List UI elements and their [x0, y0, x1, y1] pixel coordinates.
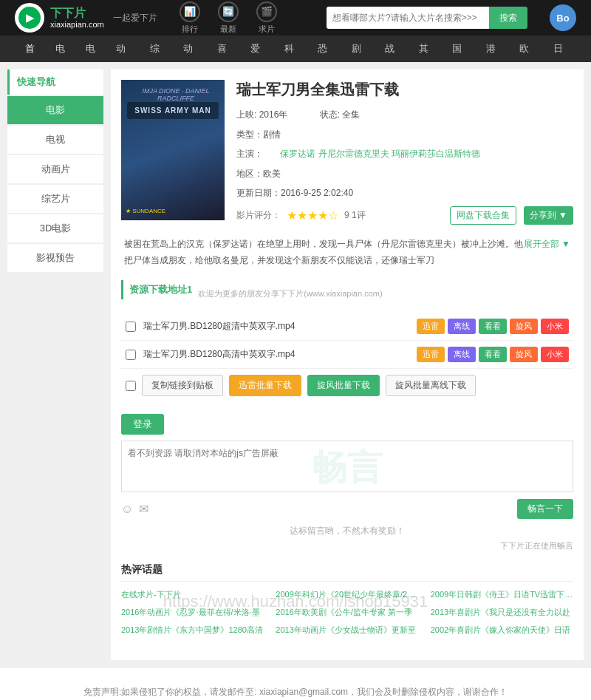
hot-item-1[interactable]: 2009年科幻片《20世纪少年最终章/20世 PDF [276, 588, 418, 602]
hot-section: 热评话题 在线求片-下下片 2009年科幻片《20世纪少年最终章/20世 PDF… [121, 563, 573, 637]
download-checkbox-2[interactable] [126, 350, 136, 360]
nav-item-movie[interactable]: 电影 [45, 35, 75, 62]
hot-item-0[interactable]: 在线求片-下下片 [121, 588, 264, 602]
nav-item-scifi[interactable]: 科幻片 [274, 35, 308, 62]
seek-label: 求片 [259, 24, 275, 35]
sidebar-item-anime[interactable]: 动画片 [7, 155, 103, 183]
nav-item-jp-drama[interactable]: 日韩剧 [543, 35, 577, 62]
kankan-btn-2[interactable]: 看看 [479, 347, 507, 362]
xunlei-batch-btn[interactable]: 迅雷批量下载 [229, 375, 301, 396]
hot-item-2[interactable]: 2009年日韩剧《侍王》日语TV迅雷下载 PDF [431, 588, 573, 602]
movie-update-date: 2016-9-25 2:02:40 [281, 188, 353, 198]
nav-item-other[interactable]: 其它片 [409, 35, 443, 62]
avatar[interactable]: Bo [550, 4, 576, 31]
nav-item-variety[interactable]: 综艺片 [140, 35, 174, 62]
nav-item-war[interactable]: 战争片 [375, 35, 409, 62]
latest-nav[interactable]: 🔄 最新 [218, 1, 239, 35]
submit-comment-btn[interactable]: 畅言一下 [517, 499, 573, 519]
download-checkbox-1[interactable] [126, 322, 136, 332]
footer-notice: 免责声明:如果侵犯了你的权益，请发邮件至: xiaxiapian@gmail.c… [15, 683, 576, 700]
sidebar-title: 快速导航 [7, 69, 103, 95]
poster-image: IMJA DIONE · DANIEL RADCLIFFE SWISS ARMY… [121, 80, 225, 220]
site-name-cn: 下下片 [50, 6, 104, 20]
hot-item-7[interactable]: 2013年动画片《少女战士物语》更新至 [276, 623, 418, 638]
search-input[interactable] [327, 7, 489, 29]
main-layout: 快速导航 电影 电视 动画片 综艺片 3D电影 影视预告 IMJA DIONE … [0, 62, 591, 667]
copy-row: 复制链接到贴板 迅雷批量下载 旋风批量下载 旋风批量离线下载 [121, 369, 573, 402]
top-nav: 首页 电影 电视 动画片 综艺片 动作片 喜剧片 爱情片 科幻片 恐怖片 剧情片… [0, 35, 591, 62]
nav-item-tv[interactable]: 电视 [75, 35, 106, 62]
hot-item-6[interactable]: 2013年剧情片《东方中国梦》1280高清 [121, 623, 264, 638]
hot-item-5[interactable]: 2013年喜剧片《我只是还没有全力以赴 [431, 605, 573, 620]
seek-icon: 🎬 [256, 1, 277, 22]
logo-icon: ▶ [26, 12, 34, 24]
nav-item-comedy[interactable]: 喜剧片 [207, 35, 241, 62]
comment-section: 登录 畅言 ☺ ✉ 畅言一下 达标留言哟，不然木有奖励！ 下下片正在使用畅言 [121, 414, 573, 551]
sidebar-item-variety[interactable]: 综艺片 [7, 185, 103, 213]
kankan-btn-1[interactable]: 看看 [479, 319, 507, 334]
xiaomi-btn-1[interactable]: 小米 [541, 319, 569, 334]
content-area: IMJA DIONE · DANIEL RADCLIFFE SWISS ARMY… [111, 69, 584, 660]
nav-item-cn-drama[interactable]: 国产剧 [442, 35, 476, 62]
nav-item-drama[interactable]: 剧情片 [341, 35, 375, 62]
lixian-btn-2[interactable]: 离线 [448, 347, 476, 362]
movie-meta-type: 类型：剧情 [236, 127, 573, 143]
description-section: 展开全部 ▼ 被困在荒岛上的汉克（保罗达诺）在绝望上用时，发现一具尸体（丹尼尔雷… [121, 237, 573, 268]
baofeng-btn-2[interactable]: 旋风 [510, 347, 538, 362]
comment-footer: 下下片正在使用畅言 [121, 540, 573, 551]
emoji-button[interactable]: ☺ [121, 503, 133, 516]
share-button[interactable]: 分享到 ▼ [524, 206, 573, 225]
image-button[interactable]: ✉ [139, 502, 148, 516]
textarea-wrapper: 畅言 [121, 441, 573, 495]
nav-item-hk-drama[interactable]: 港台剧 [476, 35, 510, 62]
rank-label: 排行 [182, 24, 198, 35]
movie-meta-date: 更新日期：2016-9-25 2:02:40 [236, 186, 573, 202]
hot-item-3[interactable]: 2016年动画片《忍罗·最菲在得/米洛·墨 [121, 605, 264, 620]
baofeng-batch-btn[interactable]: 旋风批量下载 [307, 375, 380, 396]
sidebar-item-movie[interactable]: 电影 [7, 96, 103, 124]
movie-meta-directors: 主演： 保罗达诺 丹尼尔雷德克里夫 玛丽伊莉莎白温斯特德 [236, 146, 573, 163]
directors-list[interactable]: 保罗达诺 丹尼尔雷德克里夫 玛丽伊莉莎白温斯特德 [280, 149, 480, 159]
chart-icon: 📊 [180, 1, 200, 22]
download-collection-btn[interactable]: 网盘下载合集 [450, 206, 516, 225]
nav-item-romance[interactable]: 爱情片 [240, 35, 274, 62]
seek-nav[interactable]: 🎬 求片 [256, 1, 277, 35]
nav-item-horror[interactable]: 恐怖片 [307, 35, 341, 62]
movie-type: 剧情 [263, 129, 281, 140]
movie-details: 瑞士军刀男全集迅雷下载 上映: 2016年 状态: 全集 类型：剧情 主演： 保… [236, 80, 573, 225]
comment-actions: ☺ ✉ 畅言一下 [121, 499, 573, 519]
download-hint: 欢迎为更多的朋友分享下下片(www.xiaxiapian.com) [198, 288, 382, 299]
copy-link-btn[interactable]: 复制链接到贴板 [142, 375, 223, 396]
hot-title: 热评话题 [121, 563, 573, 582]
nav-item-eu-drama[interactable]: 欧美剧 [509, 35, 543, 62]
hot-item-4[interactable]: 2016年欧美剧《公牛/监牛专家 第一季 [276, 605, 418, 620]
hot-item-8[interactable]: 2002年喜剧片《嫁入你家的天使》日语 [431, 623, 573, 638]
latest-label: 最新 [220, 24, 236, 35]
movie-meta-row1: 上映: 2016年 状态: 全集 [236, 107, 573, 123]
login-button[interactable]: 登录 [121, 414, 164, 435]
sidebar-item-trailer[interactable]: 影视预告 [7, 244, 103, 272]
movie-meta-region: 地区：欧美 [236, 166, 573, 183]
xunlei-btn-2[interactable]: 迅雷 [417, 347, 445, 362]
comment-textarea[interactable] [121, 441, 573, 492]
lixian-btn-1[interactable]: 离线 [448, 319, 476, 334]
rating-count: 9 1评 [344, 209, 366, 222]
baofeng-offline-btn[interactable]: 旋风批量离线下载 [386, 375, 476, 396]
sidebar-item-3d[interactable]: 3D电影 [7, 214, 103, 242]
download-row-1: 瑞士军刀男.BD1280超清中英双字.mp4 迅雷 离线 看看 旋风 小米 [121, 313, 573, 341]
baofeng-btn-1[interactable]: 旋风 [510, 319, 538, 334]
header: ▶ 下下片 xiaxiapian.com 一起爱下片 📊 排行 🔄 最新 🎬 求… [0, 0, 591, 35]
copy-checkbox[interactable] [126, 381, 136, 391]
nav-item-anime[interactable]: 动画片 [106, 35, 140, 62]
search-button[interactable]: 搜索 [489, 7, 527, 29]
expand-btn[interactable]: 展开全部 ▼ [524, 237, 570, 253]
sidebar-item-tv[interactable]: 电视 [7, 126, 103, 154]
nav-item-home[interactable]: 首页 [15, 35, 45, 62]
status-label: 状态: 全集 [320, 109, 375, 120]
xunlei-btn-1[interactable]: 迅雷 [417, 319, 445, 334]
xiaomi-btn-2[interactable]: 小米 [541, 347, 569, 362]
rank-nav[interactable]: 📊 排行 [180, 1, 200, 35]
download-section-title: 资源下载地址1 [121, 280, 198, 299]
nav-item-action[interactable]: 动作片 [173, 35, 207, 62]
movie-description: 被困在荒岛上的汉克（保罗达诺）在绝望上用时，发现一具尸体（丹尼尔雷德克里夫）被冲… [124, 239, 523, 265]
